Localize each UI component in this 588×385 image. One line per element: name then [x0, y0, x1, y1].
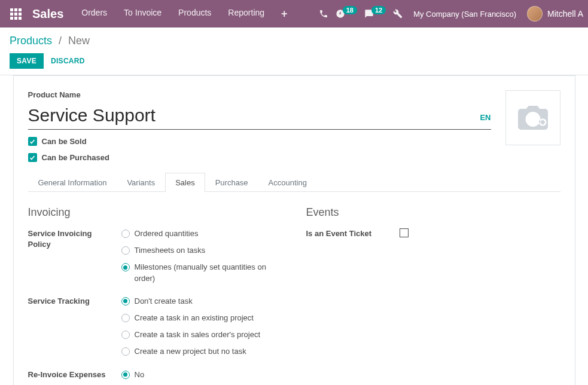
radio-milestones[interactable] — [121, 263, 130, 271]
event-ticket-checkbox[interactable] — [400, 228, 409, 237]
user-avatar — [527, 6, 543, 22]
settings-icon[interactable] — [393, 9, 403, 19]
can-be-purchased-label: Can be Purchased — [42, 153, 109, 162]
events-section: Events Is an Event Ticket — [306, 206, 560, 385]
can-be-purchased-checkbox[interactable] — [28, 153, 37, 162]
events-title: Events — [306, 206, 560, 219]
breadcrumb-root[interactable]: Products — [10, 35, 52, 47]
service-tracking-field: Don't create task Create a task in an ex… — [121, 296, 282, 363]
company-switcher[interactable]: My Company (San Francisco) — [413, 10, 516, 19]
tab-purchase[interactable]: Purchase — [205, 173, 258, 192]
radio-ordered-quantities[interactable] — [121, 230, 130, 238]
radio-timesheets-on-tasks[interactable] — [121, 246, 130, 255]
radio-dont-create-task-label: Don't create task — [135, 296, 193, 307]
radio-dont-create-task[interactable] — [121, 297, 130, 305]
nav-item-orders[interactable]: Orders — [75, 4, 113, 24]
radio-new-project-no-task[interactable] — [121, 347, 130, 356]
invoicing-section: Invoicing Service Invoicing Policy Order… — [28, 206, 282, 385]
save-button[interactable]: SAVE — [10, 53, 44, 69]
form-tabs: General Information Variants Sales Purch… — [28, 173, 560, 192]
event-ticket-label: Is an Event Ticket — [306, 228, 390, 239]
radio-task-so-project[interactable] — [121, 331, 130, 339]
tab-general-information[interactable]: General Information — [28, 173, 117, 192]
reinvoice-expenses-label: Re-Invoice Expenses — [28, 369, 112, 380]
radio-task-so-project-label: Create a task in sales order's project — [135, 329, 261, 340]
form-sheet: Product Name EN Can be Sold Can be Purch… — [13, 76, 575, 385]
messages-badge: 12 — [371, 6, 386, 14]
nav-menu: Orders To Invoice Products Reporting + — [75, 4, 293, 24]
camera-placeholder-icon — [515, 103, 551, 133]
service-tracking-label: Service Tracking — [28, 296, 112, 307]
service-invoicing-policy-field: Ordered quantities Timesheets on tasks M… — [121, 228, 282, 290]
discard-button[interactable]: DISCARD — [51, 57, 85, 65]
reinvoice-expenses-field: No — [121, 369, 282, 386]
tab-variants[interactable]: Variants — [117, 173, 165, 192]
nav-add-icon[interactable]: + — [275, 4, 294, 24]
nav-right: 18 12 My Company (San Francisco) Mitchel… — [319, 6, 583, 22]
breadcrumb-separator: / — [59, 35, 62, 47]
radio-task-existing-project-label: Create a task in an existing project — [135, 313, 254, 323]
radio-milestones-label: Milestones (manually set quantities on o… — [135, 262, 278, 283]
can-be-sold-label: Can be Sold — [42, 137, 87, 146]
nav-item-reporting[interactable]: Reporting — [222, 4, 270, 24]
breadcrumb-current: New — [68, 35, 90, 47]
apps-grid-icon — [10, 8, 22, 20]
breadcrumb: Products / New — [10, 35, 578, 47]
product-name-input[interactable] — [28, 105, 473, 128]
radio-task-existing-project[interactable] — [121, 314, 130, 322]
product-image-upload[interactable] — [505, 90, 560, 145]
apps-menu-icon[interactable] — [5, 3, 26, 25]
activities-badge: 18 — [343, 6, 357, 14]
translate-button[interactable]: EN — [480, 113, 490, 122]
service-invoicing-policy-label: Service Invoicing Policy — [28, 228, 112, 250]
sales-tab-panel: Invoicing Service Invoicing Policy Order… — [28, 192, 560, 385]
radio-timesheets-on-tasks-label: Timesheets on tasks — [135, 245, 206, 256]
control-bar: Products / New SAVE DISCARD — [0, 28, 588, 75]
user-menu[interactable]: Mitchell A — [527, 6, 583, 22]
nav-item-products[interactable]: Products — [172, 4, 217, 24]
tab-accounting[interactable]: Accounting — [258, 173, 317, 192]
messages-icon[interactable]: 12 — [364, 9, 386, 19]
can-be-sold-checkbox[interactable] — [28, 137, 37, 146]
radio-reinvoice-no-label: No — [135, 369, 145, 380]
action-buttons: SAVE DISCARD — [10, 53, 578, 69]
nav-item-to-invoice[interactable]: To Invoice — [118, 4, 167, 24]
radio-new-project-no-task-label: Create a new project but no task — [135, 346, 246, 357]
tab-sales[interactable]: Sales — [165, 173, 205, 192]
app-brand[interactable]: Sales — [32, 7, 63, 21]
activities-icon[interactable]: 18 — [336, 9, 357, 19]
phone-icon[interactable] — [319, 9, 328, 19]
product-name-label: Product Name — [28, 90, 491, 99]
user-name: Mitchell A — [547, 9, 583, 19]
top-navbar: Sales Orders To Invoice Products Reporti… — [0, 0, 588, 28]
invoicing-title: Invoicing — [28, 206, 282, 219]
radio-reinvoice-no[interactable] — [121, 371, 130, 379]
radio-ordered-quantities-label: Ordered quantities — [135, 228, 199, 239]
